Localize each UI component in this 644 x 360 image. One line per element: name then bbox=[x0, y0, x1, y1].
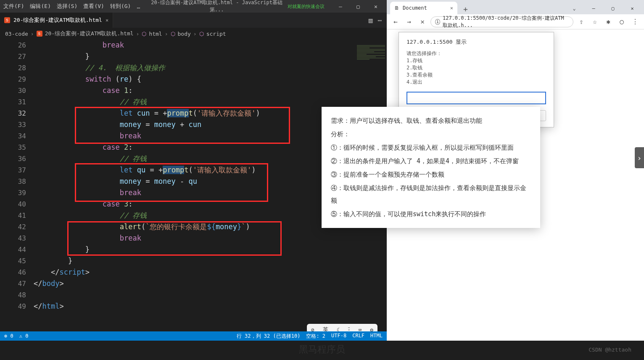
html-file-icon: 5 bbox=[37, 31, 42, 37]
browser-tab-title: Document bbox=[403, 5, 427, 11]
close-tab-icon[interactable]: ✕ bbox=[450, 5, 453, 11]
back-button[interactable]: ← bbox=[390, 18, 401, 26]
watermark-right: CSDN @hzttaoh bbox=[589, 347, 631, 353]
crumb-script[interactable]: script bbox=[206, 31, 226, 37]
symbol-icon: ⬡ bbox=[171, 31, 175, 37]
status-spaces[interactable]: 空格: 2 bbox=[306, 333, 325, 340]
symbol-icon: ⬡ bbox=[142, 31, 146, 37]
new-tab-button[interactable]: + bbox=[461, 4, 470, 14]
more-actions-icon[interactable]: ⋯ bbox=[377, 16, 382, 24]
watermark: 黑马程序员 CSDN @hzttaoh bbox=[0, 339, 644, 360]
maximize-button[interactable]: ▢ bbox=[351, 0, 366, 12]
share-icon[interactable]: ⇪ bbox=[576, 18, 587, 26]
editor-tab[interactable]: 5 20-综合案例-建议ATM取款机.html ✕ bbox=[0, 13, 113, 28]
statusbar: ⊗ 0 ⚠ 0 行 32，列 32 (已选择10) 空格: 2 UTF-8 CR… bbox=[0, 331, 387, 341]
breadcrumb[interactable]: 03-code › 5 20-综合案例-建议ATM取款机.html › ⬡ ht… bbox=[0, 28, 387, 40]
status-warnings[interactable]: ⚠ 0 bbox=[19, 333, 29, 339]
browser-content: 127.0.0.1:5500 显示 请您选择操作： 1.存钱 2.取钱 3.查看… bbox=[387, 29, 644, 341]
dialog-title: 127.0.0.1:5500 显示 bbox=[406, 38, 546, 46]
status-encoding[interactable]: UTF-8 bbox=[331, 333, 346, 340]
html-file-icon: 5 bbox=[4, 17, 10, 23]
browser-tabstrip: 🗎 Document ✕ + ⌄ — ▢ ✕ bbox=[387, 0, 644, 14]
extensions-icon[interactable]: ✱ bbox=[603, 18, 614, 26]
status-eol[interactable]: CRLF bbox=[352, 333, 364, 340]
forward-button[interactable]: → bbox=[404, 18, 414, 26]
menu-file[interactable]: 文件(F) bbox=[3, 3, 24, 10]
status-errors[interactable]: ⊗ 0 bbox=[4, 333, 13, 339]
profile-icon[interactable]: ◯ bbox=[616, 18, 627, 26]
address-bar[interactable]: i 127.0.0.1:5500/03-code/20-综合案例-建议ATM取款… bbox=[430, 16, 573, 27]
tabbar: 5 20-综合案例-建议ATM取款机.html ✕ ▥ ⋯ bbox=[0, 13, 387, 28]
maximize-button[interactable]: ▢ bbox=[604, 3, 621, 14]
requirements-panel: 需求：用户可以选择存钱、取钱、查看余额和退出功能 分析： ①：循环的时候，需要反… bbox=[322, 107, 540, 228]
status-cursor[interactable]: 行 32，列 32 (已选择10) bbox=[237, 333, 300, 340]
bookmark-icon[interactable]: ☆ bbox=[589, 18, 600, 26]
req-title: 需求：用户可以选择存钱、取钱、查看余额和退出功能 bbox=[331, 114, 531, 127]
menu-view[interactable]: 查看(V) bbox=[83, 3, 104, 10]
req-point: ④：取钱则是减法操作，存钱则是加法操作，查看余额则是直接显示金额 bbox=[331, 182, 531, 207]
minimize-button[interactable]: — bbox=[333, 0, 348, 12]
menu-goto[interactable]: 转到(G) bbox=[110, 3, 131, 10]
side-expand-button[interactable]: › bbox=[635, 147, 644, 168]
crumb-file[interactable]: 20-综合案例-建议ATM取款机.html bbox=[45, 30, 134, 37]
chevron-down-icon[interactable]: ⌄ bbox=[566, 3, 583, 14]
req-point: ③：提前准备一个金额预先存储一个数额 bbox=[331, 168, 531, 181]
crumb-folder[interactable]: 03-code bbox=[5, 31, 28, 37]
browser-tab[interactable]: 🗎 Document ✕ bbox=[390, 2, 457, 14]
url-text: 127.0.0.1:5500/03-code/20-综合案例-建议ATM取款机.… bbox=[443, 15, 569, 29]
req-analysis: 分析： bbox=[331, 128, 531, 140]
req-point: ⑤：输入不同的值，可以使用switch来执行不同的操作 bbox=[331, 208, 531, 220]
page-favicon: 🗎 bbox=[394, 5, 399, 11]
close-tab-icon[interactable]: ✕ bbox=[106, 17, 108, 23]
menu-icon[interactable]: ⋮ bbox=[630, 18, 641, 26]
browser-toolbar: ← → ✕ i 127.0.0.1:5500/03-code/20-综合案例-建… bbox=[387, 14, 644, 29]
browser-window: 🗎 Document ✕ + ⌄ — ▢ ✕ ← → ✕ i 127.0.0.1… bbox=[387, 0, 644, 341]
req-point: ②：退出的条件是用户输入了 4，如果是4，则结束循环，不在弹窗 bbox=[331, 155, 531, 167]
menu-edit[interactable]: 编辑(E) bbox=[30, 3, 50, 10]
tab-label: 20-综合案例-建议ATM取款机.html bbox=[13, 16, 102, 24]
minimize-button[interactable]: — bbox=[585, 3, 602, 14]
window-title: 20-综合案例-建议ATM取款机.html - JavaScript基础第... bbox=[146, 0, 288, 13]
close-button[interactable]: ✕ bbox=[368, 0, 383, 12]
meeting-indicator: 对就案的快速会议 bbox=[288, 3, 325, 10]
line-number-gutter: 2627282930313233343536373839404142434445… bbox=[0, 40, 34, 322]
watermark-center: 黑马程序员 bbox=[299, 343, 345, 356]
symbol-icon: ⬡ bbox=[199, 31, 204, 37]
status-lang[interactable]: HTML bbox=[370, 333, 383, 340]
menu-more[interactable]: … bbox=[137, 3, 140, 10]
dialog-body: 请您选择操作： 1.存钱 2.取钱 3.查看余额 4.退出 bbox=[406, 50, 546, 86]
crumb-html[interactable]: html bbox=[149, 31, 162, 37]
titlebar: 文件(F) 编辑(E) 选择(S) 查看(V) 转到(G) … 20-综合案例-… bbox=[0, 0, 387, 13]
req-point: ①：循环的时候，需要反复提示输入框，所以提示框写到循环里面 bbox=[331, 141, 531, 154]
prompt-input[interactable] bbox=[406, 92, 546, 104]
close-button[interactable]: ✕ bbox=[624, 3, 641, 14]
crumb-body[interactable]: body bbox=[178, 31, 191, 37]
site-info-icon[interactable]: i bbox=[435, 19, 440, 25]
stop-button[interactable]: ✕ bbox=[417, 18, 428, 26]
split-editor-icon[interactable]: ▥ bbox=[369, 16, 373, 24]
menu-select[interactable]: 选择(S) bbox=[57, 3, 77, 10]
